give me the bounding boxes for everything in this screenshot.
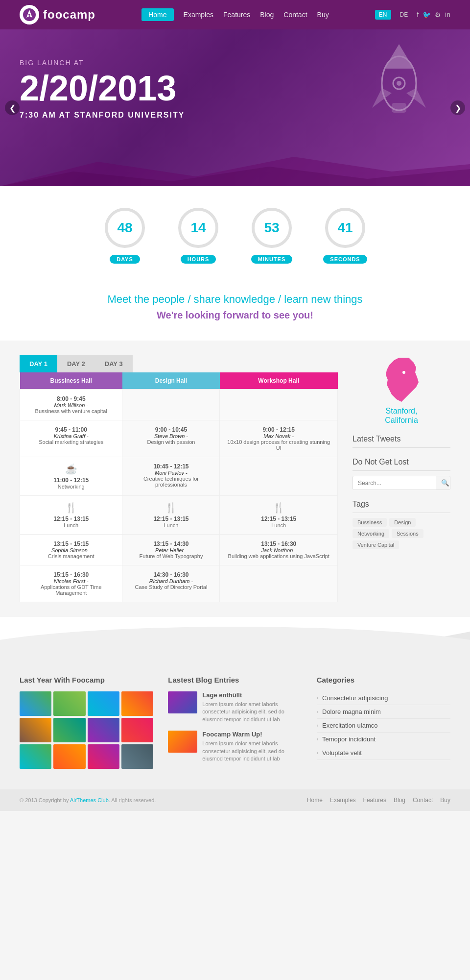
hall-design-header: Design Hall: [122, 372, 220, 390]
blog-thumb-2[interactable]: [168, 731, 197, 753]
bottom-nav-features[interactable]: Features: [363, 797, 386, 804]
photo-thumb-8[interactable]: [121, 718, 153, 742]
photo-thumb-2[interactable]: [53, 691, 85, 716]
photo-thumb-7[interactable]: [88, 718, 119, 742]
facebook-icon[interactable]: f: [417, 11, 419, 19]
category-item-1[interactable]: › Consectetur adipisicing: [317, 691, 450, 705]
photo-thumb-3[interactable]: [88, 691, 119, 716]
event-title: Lunch: [225, 522, 332, 528]
seconds-label: SECONDS: [323, 255, 367, 264]
photo-thumb-6[interactable]: [53, 718, 85, 742]
cell-design-4: 🍴 12:15 - 13:15 Lunch: [122, 496, 220, 535]
days-value: 48: [117, 220, 132, 236]
lang-en-button[interactable]: EN: [375, 10, 391, 20]
day-tab-2[interactable]: DAY 2: [57, 355, 95, 372]
tags-container: Bussiness Design Networking Sessions Ven…: [352, 518, 450, 549]
svg-rect-9: [392, 103, 406, 113]
event-speaker: Moni Pavlov -: [127, 470, 214, 476]
chevron-right-icon: ›: [317, 736, 318, 742]
day-tab-1[interactable]: DAY 1: [20, 355, 57, 372]
schedule-sidebar: Stanford,California Latest Tweets Do Not…: [352, 355, 450, 602]
chevron-right-icon: ›: [317, 750, 318, 756]
photo-thumb-5[interactable]: [20, 718, 51, 742]
category-label-1: Consectetur adipisicing: [322, 694, 388, 702]
photo-thumb-12[interactable]: [121, 744, 153, 769]
nav-examples[interactable]: Examples: [184, 11, 213, 19]
tag-venture-capital[interactable]: Venture Capital: [352, 540, 399, 549]
cell-biz-2: 9:45 - 11:00 Kristina Graff - Social mar…: [20, 420, 122, 457]
photo-thumb-9[interactable]: [20, 744, 51, 769]
blog-entry-1: Lage enthüllt Lorem ipsum dolor amet lab…: [168, 691, 302, 723]
tags-title: Tags: [352, 500, 450, 513]
linkedin-icon[interactable]: in: [445, 11, 450, 19]
event-time: 12:15 - 13:15: [225, 515, 332, 522]
blog-entry-title-2[interactable]: Foocamp Warm Up!: [202, 731, 302, 738]
fork-icon: 🍴: [25, 502, 117, 514]
search-input[interactable]: [353, 476, 436, 490]
days-circle: 48: [103, 206, 147, 250]
nav-contact[interactable]: Contact: [283, 11, 307, 19]
nav-home[interactable]: Home: [141, 8, 173, 21]
nav-blog[interactable]: Blog: [260, 11, 274, 19]
photo-thumb-10[interactable]: [53, 744, 85, 769]
settings-icon[interactable]: ⚙: [435, 11, 441, 19]
tagline-sub: We're looking forward to see you!: [20, 310, 450, 321]
category-item-5[interactable]: › Voluptate velit: [317, 746, 450, 760]
event-time: 12:15 - 13:15: [25, 515, 117, 522]
bottom-nav-blog[interactable]: Blog: [394, 797, 405, 804]
cell-workshop-4: 🍴 12:15 - 13:15 Lunch: [220, 496, 338, 535]
chevron-right-icon: ›: [317, 709, 318, 714]
nav-right: EN DE f 🐦 ⚙ in: [375, 10, 450, 20]
lang-de-button[interactable]: DE: [396, 10, 412, 20]
tag-design[interactable]: Design: [389, 518, 416, 527]
tag-sessions[interactable]: Sessions: [392, 529, 423, 538]
tag-bussiness[interactable]: Bussiness: [352, 518, 387, 527]
bottom-nav-home[interactable]: Home: [307, 797, 323, 804]
wave-decoration: [0, 617, 470, 656]
event-time: 9:00 - 10:45: [127, 426, 214, 433]
cell-biz-1: 8:00 - 9:45 Mark Willson - Bussiness wit…: [20, 390, 122, 420]
cell-workshop-3: [220, 457, 338, 496]
photo-thumb-11[interactable]: [88, 744, 119, 769]
bottom-nav-examples[interactable]: Examples: [330, 797, 356, 804]
bottom-bar: © 2013 Copyright by AirThemes Club. All …: [0, 789, 470, 811]
last-year-title: Last Year With Foocamp: [20, 676, 153, 684]
location-box: Stanford,California: [352, 355, 450, 425]
search-button[interactable]: 🔍: [436, 476, 450, 490]
event-speaker: Nicolas Forst -: [25, 578, 117, 584]
photo-thumb-1[interactable]: [20, 691, 51, 716]
blog-thumb-1[interactable]: [168, 691, 197, 713]
svg-point-2: [28, 14, 30, 16]
logo-icon: [20, 5, 39, 24]
day-tab-3[interactable]: DAY 3: [95, 355, 133, 372]
hall-workshop-header: Workshop Hall: [220, 372, 338, 390]
category-item-3[interactable]: › Exercitation ulamco: [317, 719, 450, 733]
bottom-nav-contact[interactable]: Contact: [413, 797, 433, 804]
nav-features[interactable]: Features: [223, 11, 250, 19]
nav-buy[interactable]: Buy: [317, 11, 329, 19]
event-time: 9:45 - 11:00: [25, 426, 117, 433]
nav-links: Home Examples Features Blog Contact Buy: [141, 8, 329, 21]
twitter-icon[interactable]: 🐦: [423, 11, 431, 19]
chevron-right-icon: ›: [317, 695, 318, 701]
bottom-nav-buy[interactable]: Buy: [440, 797, 450, 804]
photo-thumb-4[interactable]: [121, 691, 153, 716]
event-time: 8:00 - 9:45: [25, 395, 117, 402]
category-item-2[interactable]: › Dolore magna minim: [317, 705, 450, 719]
tag-networking[interactable]: Networking: [352, 529, 389, 538]
hero-prev-button[interactable]: ❮: [5, 100, 20, 115]
hero-next-button[interactable]: ❯: [450, 100, 465, 115]
hero-rocket: [367, 39, 431, 124]
logo[interactable]: foocamp: [20, 5, 95, 24]
blog-entry-excerpt-1: Lorem ipsum dolor amet laboris consectet…: [202, 701, 302, 723]
hours-value: 14: [190, 220, 206, 236]
last-year-col: Last Year With Foocamp: [20, 676, 153, 770]
blog-title: Lastest Blog Entries: [168, 676, 302, 684]
category-item-4[interactable]: › Temopor incididunt: [317, 733, 450, 746]
event-time: 13:15 - 16:30: [225, 540, 332, 547]
do-not-get-lost-title: Do Not Get Lost: [352, 458, 450, 471]
tags-section: Tags Bussiness Design Networking Session…: [352, 500, 450, 549]
airthemes-link[interactable]: AirThemes Club: [70, 797, 109, 803]
blog-entry-title-1[interactable]: Lage enthüllt: [202, 691, 302, 699]
blog-entry-2: Foocamp Warm Up! Lorem ipsum dolor amet …: [168, 731, 302, 762]
